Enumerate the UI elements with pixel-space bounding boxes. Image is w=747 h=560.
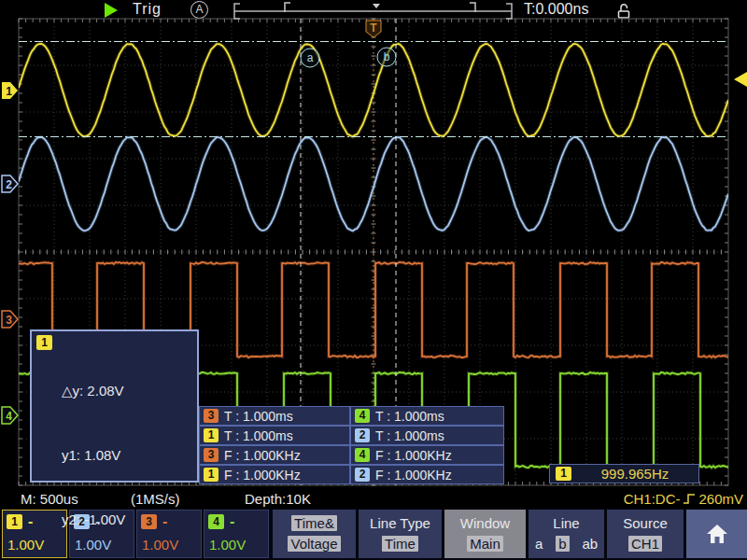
window-position-pointer <box>373 4 380 8</box>
frequency-counter: 1 999.965Hz <box>549 464 699 483</box>
oscilloscope-screen: ab1234T Trig A T:0.000ns 1 △y: 2.08V y1:… <box>0 0 747 560</box>
cursor-row-dy: △y: 2.08V <box>62 380 143 401</box>
measurement-cell: 2T : 1.000ms <box>350 426 504 445</box>
svg-text:3: 3 <box>6 314 12 327</box>
channel-badge: 1 <box>204 468 218 482</box>
measurement-cell: 4F : 1.000KHz <box>350 445 504 465</box>
svg-text:2: 2 <box>6 178 12 191</box>
measurement-value: F : 1.000KHz <box>224 468 301 483</box>
svg-text:1: 1 <box>6 85 12 98</box>
measurement-value: F : 1.000KHz <box>224 448 301 463</box>
measurement-value: F : 1.000KHz <box>375 448 452 463</box>
channel-badge: 2 <box>355 468 370 482</box>
svg-text:T: T <box>370 21 377 35</box>
channel-badge: 4 <box>355 409 370 423</box>
measurement-cell: 2F : 1.000KHz <box>350 465 504 484</box>
measurement-cell: 3F : 1.000KHz <box>199 445 350 465</box>
measurement-value: T : 1.000ms <box>375 428 444 443</box>
channel-badge: 2 <box>355 428 370 442</box>
measurement-value: F : 1.000KHz <box>375 468 452 483</box>
measurement-value: T : 1.000ms <box>375 409 444 424</box>
measurement-cell: 1F : 1.000KHz <box>199 465 350 484</box>
svg-text:a: a <box>307 51 314 64</box>
svg-text:b: b <box>384 50 390 63</box>
channel-badge: 1 <box>36 335 52 350</box>
measurement-value: T : 1.000ms <box>224 428 293 443</box>
cursor-row-y1: y1: 1.08V <box>62 444 143 466</box>
svg-text:4: 4 <box>6 410 12 423</box>
measurement-cell: 1T : 1.000ms <box>199 426 350 445</box>
memory-window-indicator <box>234 3 512 19</box>
cursor-row-y2: y2: -1.00V <box>62 509 143 530</box>
channel-badge: 1 <box>556 467 571 481</box>
cursor-measure-box: 1 △y: 2.08V y1: 1.08V y2: -1.00V △x: 1.0… <box>30 329 199 483</box>
frequency-value: 999.965Hz <box>571 466 698 482</box>
channel-badge: 3 <box>204 448 218 462</box>
trigger-level-marker[interactable] <box>734 72 747 87</box>
channel-badge: 3 <box>204 409 218 423</box>
measurement-value: T : 1.000ms <box>224 409 293 424</box>
measurement-cell: 4T : 1.000ms <box>350 406 504 426</box>
channel-badge: 1 <box>204 428 218 442</box>
measurement-panel: 3T : 1.000ms 4T : 1.000ms 1T : 1.000ms 2… <box>199 406 504 484</box>
channel-badge: 4 <box>355 448 370 462</box>
measurement-cell: 3T : 1.000ms <box>199 406 350 426</box>
cursor-readouts: △y: 2.08V y1: 1.08V y2: -1.00V △x: 1.010… <box>62 337 143 560</box>
